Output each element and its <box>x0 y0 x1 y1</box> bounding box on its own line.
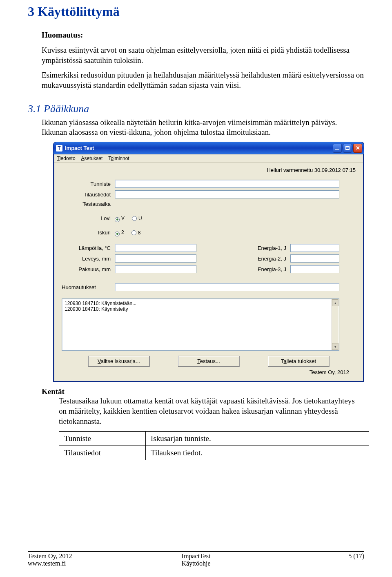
radio-iskuri-2[interactable] <box>115 232 120 236</box>
log-content: 120930 184710: Käynnistetään... 120930 1… <box>65 301 136 312</box>
note-title: Huomautus: <box>42 31 364 40</box>
input-tilaustiedot[interactable] <box>115 190 339 198</box>
status-date: Heiluri varmennettu 30.09.2012 07:15 <box>62 167 356 173</box>
radio-lovi-u[interactable] <box>132 216 137 221</box>
label-lampotila: Lämpötila, °C <box>62 245 115 251</box>
input-leveys[interactable] <box>115 254 196 263</box>
radio-lovi-u-label: U <box>138 216 142 221</box>
brand-label: Testem Oy, 2012 <box>62 369 349 375</box>
footer-center-1: ImpactTest <box>140 552 252 560</box>
menu-toiminnot[interactable]: Toiminnot <box>108 156 129 161</box>
footer-left-1: Testem Oy, 2012 <box>28 552 140 560</box>
table-row: Tunniste Iskusarjan tunniste. <box>59 432 369 446</box>
input-paksuus[interactable] <box>115 265 196 273</box>
footer-left-2: www.testem.fi <box>28 560 140 567</box>
label-lovi: Lovi <box>62 215 115 221</box>
label-huomautukset: Huomautukset <box>62 284 115 290</box>
paragraph-2: Esimerkiksi redusoidun pituuden ja heila… <box>42 70 364 90</box>
menu-asetukset[interactable]: Asetukset <box>81 156 103 161</box>
scrollbar[interactable]: ▴ ▾ <box>332 299 339 350</box>
app-window: T Impact Test ✕ Tiedosto Asetukset Toimi… <box>53 142 364 382</box>
heading-2: 3.1 Pääikkuna <box>28 103 364 115</box>
page-footer: Testem Oy, 2012 www.testem.fi ImpactTest… <box>28 551 364 567</box>
footer-right-1: 5 (17) <box>252 552 364 560</box>
radio-iskuri-8-label: 8 <box>138 230 141 236</box>
cell-desc: Iskusarjan tunniste. <box>146 432 369 446</box>
cell-name: Tunniste <box>59 432 146 446</box>
input-lampotila[interactable] <box>115 244 196 252</box>
radio-lovi-v[interactable] <box>115 217 120 222</box>
label-paksuus: Paksuus, mm <box>62 266 115 272</box>
kentat-heading: Kentät <box>42 387 364 396</box>
h2-paragraph: Ikkunan yläosassa oikealla näytetään hei… <box>42 118 364 138</box>
label-tunniste: Tunniste <box>62 181 115 187</box>
cell-name: Tilaustiedot <box>59 446 146 460</box>
maximize-button[interactable] <box>343 144 352 153</box>
menu-bar: Tiedosto Asetukset Toiminnot <box>54 154 363 163</box>
input-energia3[interactable] <box>290 265 339 273</box>
label-iskuri: Iskuri <box>62 229 115 236</box>
input-huomautukset[interactable] <box>115 283 339 291</box>
label-testausaika: Testausaika <box>62 201 115 207</box>
radio-iskuri-2-label: 2 <box>121 229 124 235</box>
radio-lovi-v-label: V <box>121 215 125 221</box>
field-table: Tunniste Iskusarjan tunniste. Tilaustied… <box>59 431 369 460</box>
log-textarea[interactable]: 120930 184710: Käynnistetään... 120930 1… <box>62 299 339 351</box>
paragraph-1: Kuvissa esiintyvät arvot on saatu ohjelm… <box>42 45 364 65</box>
input-energia1[interactable] <box>290 244 339 252</box>
input-tunniste[interactable] <box>115 180 339 188</box>
valitse-iskusarja-button[interactable]: Valitse iskusarja... <box>88 356 149 367</box>
input-energia2[interactable] <box>290 254 339 263</box>
scroll-down-icon[interactable]: ▾ <box>332 343 339 350</box>
testaus-button[interactable]: Testaus... <box>178 356 239 367</box>
radio-iskuri-8[interactable] <box>131 230 136 235</box>
close-button[interactable]: ✕ <box>353 144 362 153</box>
menu-tiedosto[interactable]: Tiedosto <box>57 156 76 161</box>
table-row: Tilaustiedot Tilauksen tiedot. <box>59 446 369 460</box>
label-energia2: Energia-2, J <box>245 256 290 262</box>
minimize-button[interactable] <box>333 144 342 153</box>
heading-1: 3 Käyttöliittymä <box>28 4 364 19</box>
cell-desc: Tilauksen tiedot. <box>146 446 369 460</box>
label-energia1: Energia-1, J <box>245 245 290 251</box>
label-leveys: Leveys, mm <box>62 256 115 262</box>
label-energia3: Energia-3, J <box>245 266 290 272</box>
window-title: Impact Test <box>65 145 333 151</box>
scroll-up-icon[interactable]: ▴ <box>332 299 339 306</box>
footer-center-2: Käyttöohje <box>140 560 252 567</box>
talleta-tulokset-button[interactable]: Talleta tulokset <box>268 356 329 367</box>
app-icon: T <box>56 145 62 151</box>
window-titlebar[interactable]: T Impact Test ✕ <box>53 142 364 154</box>
kentat-paragraph: Testausaikaa lukuun ottamatta kentät ova… <box>59 396 364 426</box>
label-tilaustiedot: Tilaustiedot <box>62 192 115 198</box>
